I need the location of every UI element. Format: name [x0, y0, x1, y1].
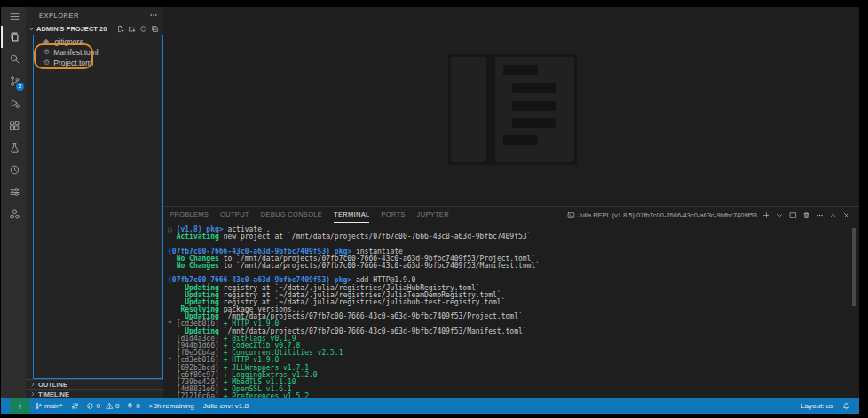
status-problems-warnings[interactable]: 0 — [103, 398, 122, 414]
explorer-more-actions-button[interactable] — [149, 11, 158, 20]
refresh-explorer-button[interactable] — [139, 25, 147, 33]
plug-icon — [126, 402, 134, 410]
status-julia-env-label: Julia env: v1.8 — [203, 402, 249, 410]
lightning-icon — [16, 402, 24, 410]
status-problems-warnings-label: 0 — [115, 402, 119, 410]
project-section-header[interactable]: ADMIN'S PROJECT 20 — [26, 23, 163, 35]
split-icon — [789, 211, 797, 219]
status-sync-changes[interactable] — [67, 398, 83, 414]
timeline-section-header[interactable]: TIMELINE — [26, 389, 163, 398]
maximize-panel-button[interactable] — [829, 211, 837, 219]
new-folder-button[interactable] — [128, 25, 136, 33]
editor-watermark — [448, 54, 577, 165]
gear-file-icon: ⚙ — [43, 49, 50, 56]
run-debug-icon — [9, 98, 20, 109]
chevron-down-icon — [28, 25, 36, 33]
panel-tab-terminal[interactable]: TERMINAL — [334, 207, 369, 223]
panel-header: PROBLEMSOUTPUTDEBUG CONSOLETERMINALPORTS… — [163, 207, 859, 223]
status-time-remaining[interactable]: >3h remaining — [145, 398, 199, 414]
outline-section-header[interactable]: OUTLINE — [26, 379, 163, 389]
status-forwarded-ports-label: 0 — [136, 402, 139, 410]
panel-tab-ports[interactable]: PORTS — [381, 207, 405, 223]
activity-search-button[interactable] — [1, 48, 26, 70]
status-time-remaining-label: >3h remaining — [149, 402, 194, 410]
scm-badge: 2 — [16, 83, 24, 91]
status-forwarded-ports[interactable]: 0 — [122, 398, 144, 414]
project-section-label: ADMIN'S PROJECT 20 — [36, 25, 107, 33]
new-file-button[interactable] — [116, 25, 124, 33]
terminal-session-label: Julia REPL (v1.8.5) 07fb7c00-7666-43c0-a… — [578, 211, 757, 219]
close-panel-button[interactable] — [842, 211, 850, 219]
terminal-icon — [567, 211, 575, 219]
screen: 2 EXPLORER ADMIN'S PROJECT 20 ◆.gitignor… — [0, 0, 868, 418]
activity-menu-button[interactable] — [1, 7, 26, 26]
timeline-label: TIMELINE — [38, 390, 69, 398]
activity-tune-settings-button[interactable] — [1, 181, 26, 203]
diamond-file-icon: ◆ — [43, 38, 49, 45]
collapse-folders-button[interactable] — [151, 25, 159, 33]
activity-bar: 2 — [1, 7, 26, 398]
panel-more-actions-button[interactable] — [816, 211, 824, 219]
activity-testing-button[interactable] — [1, 137, 26, 159]
new-folder-icon — [128, 25, 136, 33]
gear-file-icon: ⚙ — [43, 59, 50, 67]
status-git-branch[interactable]: main* — [30, 398, 67, 414]
explorer-icon — [9, 31, 20, 43]
activity-timer-button[interactable] — [1, 159, 26, 181]
status-notifications[interactable] — [838, 398, 855, 414]
kill-terminal-button[interactable] — [802, 211, 810, 219]
menu-icon — [9, 11, 20, 22]
terminal-output[interactable]: ○ (v1.8) pkg> activate . Activating new … — [163, 224, 848, 398]
watermark-bar — [512, 83, 556, 93]
main-area: 2 EXPLORER ADMIN'S PROJECT 20 ◆.gitignor… — [1, 7, 859, 398]
sync-icon — [71, 402, 79, 410]
status-problems-errors-label: 0 — [96, 402, 99, 410]
status-remote-indicator[interactable] — [10, 398, 30, 414]
status-keyboard-layout[interactable]: Layout: us — [796, 398, 838, 414]
watermark-sidebar-panel — [451, 57, 486, 162]
file-label: Project.toml — [53, 59, 93, 67]
file-item-Project.toml[interactable]: ⚙Project.toml — [34, 58, 162, 68]
status-git-branch-label: main* — [44, 402, 62, 410]
panel-actions — [762, 211, 850, 219]
activity-julia-button[interactable] — [1, 203, 26, 225]
file-list: ◆.gitignore⚙Manifest.toml⚙Project.toml — [34, 36, 162, 68]
activity-explorer-button[interactable] — [1, 26, 26, 48]
chevron-right-icon — [29, 390, 36, 398]
file-item-Manifest.toml[interactable]: ⚙Manifest.toml — [34, 47, 162, 58]
panel-tab-output[interactable]: OUTPUT — [220, 207, 249, 223]
panel-tab-jupyter[interactable]: JUPYTER — [417, 207, 449, 223]
status-bar-left: main*000>3h remainingJulia env: v1.8 — [1, 398, 253, 414]
watermark-bar — [503, 135, 538, 145]
vscode-window: 2 EXPLORER ADMIN'S PROJECT 20 ◆.gitignor… — [1, 7, 859, 414]
chevron-down-icon — [776, 211, 784, 219]
error-icon — [86, 402, 94, 410]
panel-tabs: PROBLEMSOUTPUTDEBUG CONSOLETERMINALPORTS… — [170, 207, 449, 223]
sliders-icon — [9, 186, 20, 198]
activity-run-and-debug-button[interactable] — [1, 92, 26, 114]
file-tree[interactable]: ◆.gitignore⚙Manifest.toml⚙Project.toml — [33, 35, 163, 379]
panel-tab-problems[interactable]: PROBLEMS — [170, 207, 209, 223]
sidebar-title-row: EXPLORER — [26, 7, 163, 23]
refresh-icon — [139, 25, 147, 33]
terminal-session-selector[interactable]: Julia REPL (v1.8.5) 07fb7c00-7666-43c0-a… — [567, 211, 757, 219]
status-julia-env[interactable]: Julia env: v1.8 — [199, 398, 253, 414]
more-icon — [816, 211, 824, 219]
file-item-.gitignore[interactable]: ◆.gitignore — [34, 36, 162, 47]
chevron-right-icon — [29, 381, 36, 388]
status-problems-errors[interactable]: 0 — [83, 398, 102, 414]
plus-icon — [762, 211, 770, 219]
terminal-scrollbar[interactable] — [852, 228, 856, 306]
trash-icon — [802, 211, 810, 219]
activity-extensions-button[interactable] — [1, 114, 26, 137]
watermark-bar — [512, 118, 556, 128]
split-terminal-button[interactable] — [789, 211, 797, 219]
status-bar-right: Layout: us — [796, 398, 859, 414]
explorer-sidebar: EXPLORER ADMIN'S PROJECT 20 ◆.gitignore⚙… — [26, 7, 163, 398]
status-keyboard-layout-label: Layout: us — [801, 402, 833, 410]
new-terminal-button[interactable] — [762, 211, 770, 219]
panel-tab-debug-console[interactable]: DEBUG CONSOLE — [261, 207, 322, 223]
search-icon — [9, 53, 20, 65]
activity-source-control-button[interactable]: 2 — [1, 70, 26, 92]
launch-profile-button[interactable] — [776, 211, 784, 219]
